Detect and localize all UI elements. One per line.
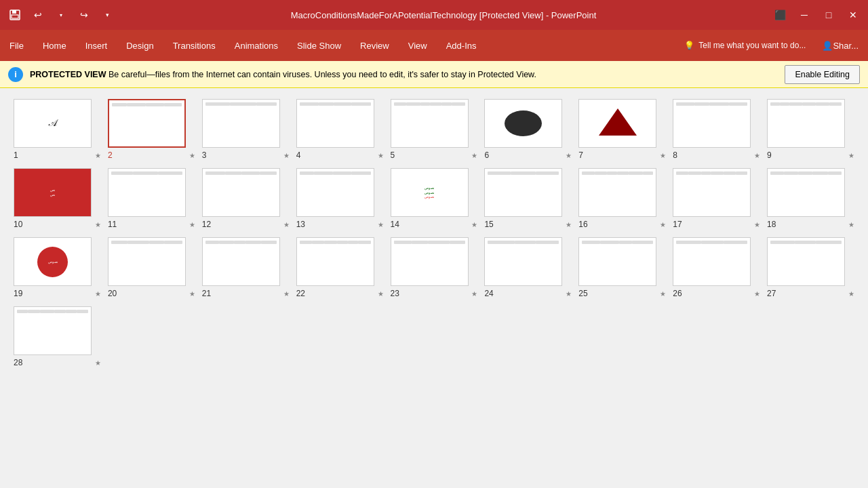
slide-star-23[interactable]: ★ xyxy=(471,290,477,298)
tab-review[interactable]: Review xyxy=(351,30,399,61)
slide-thumb-24[interactable] xyxy=(484,237,562,286)
slide-thumb-27[interactable] xyxy=(767,237,845,286)
slide-item-27[interactable]: 27★ xyxy=(767,237,854,298)
slide-thumb-13[interactable] xyxy=(296,168,374,217)
tab-animations[interactable]: Animations xyxy=(225,30,288,61)
enable-editing-button[interactable]: Enable Editing xyxy=(785,65,860,84)
slide-star-12[interactable]: ★ xyxy=(283,221,290,228)
slide-thumb-19[interactable]: نصوص xyxy=(14,237,92,286)
slide-star-20[interactable]: ★ xyxy=(189,290,195,298)
slide-star-19[interactable]: ★ xyxy=(95,290,101,298)
tab-file[interactable]: File xyxy=(0,30,33,61)
slide-star-6[interactable]: ★ xyxy=(566,152,572,159)
slide-thumb-28[interactable] xyxy=(14,306,92,355)
slide-thumb-8[interactable] xyxy=(673,99,751,148)
slide-item-5[interactable]: 5★ xyxy=(391,99,478,160)
minimize-icon[interactable]: ─ xyxy=(795,5,814,24)
slide-star-26[interactable]: ★ xyxy=(754,290,760,298)
slide-thumb-6[interactable] xyxy=(484,99,562,148)
customize-icon[interactable]: ▾ xyxy=(98,5,117,24)
slide-star-2[interactable]: ★ xyxy=(189,152,195,159)
slide-item-7[interactable]: 7★ xyxy=(578,99,666,160)
slide-thumb-17[interactable] xyxy=(673,168,751,217)
slide-item-28[interactable]: 28★ xyxy=(14,306,101,367)
slide-item-21[interactable]: 21★ xyxy=(202,237,290,298)
slide-star-7[interactable]: ★ xyxy=(660,152,666,159)
slide-star-27[interactable]: ★ xyxy=(848,290,854,298)
slide-item-14[interactable]: نصوصنصوصنصوص14★ xyxy=(391,168,478,229)
slide-thumb-5[interactable] xyxy=(391,99,469,148)
slide-star-5[interactable]: ★ xyxy=(471,152,477,159)
slide-item-6[interactable]: 6★ xyxy=(484,99,572,160)
slide-star-28[interactable]: ★ xyxy=(95,359,101,367)
slide-item-20[interactable]: 20★ xyxy=(108,237,195,298)
tab-slideshow[interactable]: Slide Show xyxy=(288,30,351,61)
slide-thumb-18[interactable] xyxy=(767,168,845,217)
slide-star-14[interactable]: ★ xyxy=(471,221,477,228)
maximize-icon[interactable]: □ xyxy=(819,5,838,24)
undo-icon[interactable]: ↩ xyxy=(28,5,47,24)
slide-star-10[interactable]: ★ xyxy=(95,221,101,228)
slide-thumb-14[interactable]: نصوصنصوصنصوص xyxy=(391,168,469,217)
close-icon[interactable]: ✕ xyxy=(844,5,863,24)
slide-thumb-22[interactable] xyxy=(296,237,374,286)
slide-item-1[interactable]: 𝒜1★ xyxy=(14,99,101,160)
slide-thumb-11[interactable] xyxy=(108,168,186,217)
slide-thumb-25[interactable] xyxy=(578,237,656,286)
slide-item-26[interactable]: 26★ xyxy=(673,237,760,298)
slide-thumb-12[interactable] xyxy=(202,168,280,217)
slide-item-3[interactable]: 3★ xyxy=(202,99,290,160)
slide-thumb-1[interactable]: 𝒜 xyxy=(14,99,92,148)
slide-star-13[interactable]: ★ xyxy=(378,221,384,228)
slide-star-16[interactable]: ★ xyxy=(660,221,666,228)
slide-item-10[interactable]: نصنص10★ xyxy=(14,168,101,229)
slide-item-11[interactable]: 11★ xyxy=(108,168,195,229)
redo-icon[interactable]: ↪ xyxy=(75,5,94,24)
ribbon-search[interactable]: 💡 Tell me what you want to do... xyxy=(677,30,812,61)
slide-item-8[interactable]: 8★ xyxy=(673,99,760,160)
tab-transitions[interactable]: Transitions xyxy=(163,30,225,61)
slide-thumb-21[interactable] xyxy=(202,237,280,286)
tab-view[interactable]: View xyxy=(399,30,437,61)
slide-thumb-10[interactable]: نصنص xyxy=(14,168,92,217)
slide-star-8[interactable]: ★ xyxy=(754,152,760,159)
undo-dropdown-icon[interactable]: ▾ xyxy=(52,5,71,24)
slide-star-22[interactable]: ★ xyxy=(378,290,384,298)
slide-star-3[interactable]: ★ xyxy=(283,152,290,159)
tab-design[interactable]: Design xyxy=(117,30,163,61)
slide-star-15[interactable]: ★ xyxy=(566,221,572,228)
slide-item-24[interactable]: 24★ xyxy=(484,237,572,298)
slide-thumb-16[interactable] xyxy=(578,168,656,217)
slide-star-9[interactable]: ★ xyxy=(848,152,854,159)
slide-item-19[interactable]: نصوص19★ xyxy=(14,237,101,298)
slide-star-4[interactable]: ★ xyxy=(378,152,384,159)
slide-item-25[interactable]: 25★ xyxy=(578,237,666,298)
slide-star-18[interactable]: ★ xyxy=(848,221,854,228)
share-button[interactable]: 👤 Shar... xyxy=(812,30,868,61)
slide-thumb-4[interactable] xyxy=(296,99,374,148)
slide-star-21[interactable]: ★ xyxy=(283,290,290,298)
slide-item-12[interactable]: 12★ xyxy=(202,168,290,229)
slide-item-13[interactable]: 13★ xyxy=(296,168,384,229)
slide-thumb-20[interactable] xyxy=(108,237,186,286)
slide-item-9[interactable]: 9★ xyxy=(767,99,854,160)
slide-star-17[interactable]: ★ xyxy=(754,221,760,228)
slide-thumb-7[interactable] xyxy=(578,99,656,148)
slide-item-17[interactable]: 17★ xyxy=(673,168,760,229)
slide-item-18[interactable]: 18★ xyxy=(767,168,854,229)
tab-addins[interactable]: Add-Ins xyxy=(437,30,486,61)
slide-item-15[interactable]: 15★ xyxy=(484,168,572,229)
slide-thumb-23[interactable] xyxy=(391,237,469,286)
tab-home[interactable]: Home xyxy=(33,30,76,61)
slide-item-16[interactable]: 16★ xyxy=(578,168,666,229)
slide-item-23[interactable]: 23★ xyxy=(391,237,478,298)
slide-thumb-15[interactable] xyxy=(484,168,562,217)
slide-star-11[interactable]: ★ xyxy=(189,221,195,228)
slide-item-2[interactable]: 2★ xyxy=(108,99,195,160)
slide-item-22[interactable]: 22★ xyxy=(296,237,384,298)
slide-item-4[interactable]: 4★ xyxy=(296,99,384,160)
save-icon[interactable] xyxy=(5,5,24,24)
tab-insert[interactable]: Insert xyxy=(76,30,117,61)
slide-thumb-9[interactable] xyxy=(767,99,845,148)
slide-thumb-2[interactable] xyxy=(108,99,186,148)
